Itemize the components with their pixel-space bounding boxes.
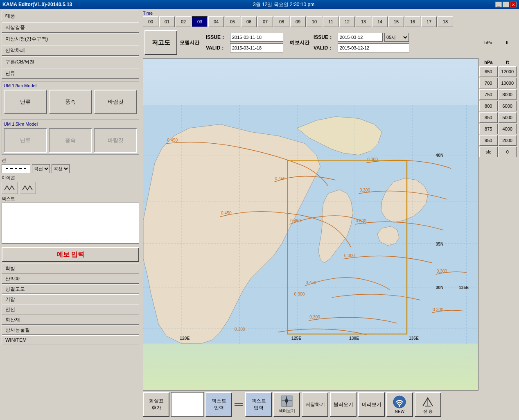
nav-mountain-obstruction[interactable]: 산악차폐	[2, 45, 139, 56]
new-label: NEW	[395, 409, 404, 414]
um15km-wind-barb[interactable]: 바람깃	[94, 128, 137, 153]
scale-hpa-700[interactable]: 700	[479, 78, 498, 88]
time-18[interactable]: 18	[438, 16, 453, 27]
forecast-issue-input[interactable]	[338, 33, 383, 42]
text-input[interactable]	[2, 203, 139, 244]
forecast-time-label: 예보시간	[290, 39, 309, 46]
svg-text:30N: 30N	[436, 285, 444, 290]
nav-surface-wind[interactable]: 지상강풍	[2, 22, 139, 33]
um15km-title: UM 1.5km Model	[4, 122, 137, 126]
forecast-input-button[interactable]: 예보 입력	[2, 247, 139, 262]
nav-freezing-level[interactable]: 빙결고도	[2, 284, 139, 294]
scale-row-750: 750 8000	[479, 89, 517, 100]
scale-ft-4000[interactable]: 4000	[499, 124, 517, 134]
nav-cloud-cb[interactable]: 구름/CB/뇌전	[2, 56, 139, 67]
icon-btn-1[interactable]	[2, 182, 18, 194]
scale-ft-8000[interactable]: 8000	[499, 89, 517, 100]
time-05[interactable]: 05	[225, 16, 240, 27]
model-issue-input[interactable]	[230, 33, 283, 42]
time-06[interactable]: 06	[241, 16, 257, 27]
nav-typhoon[interactable]: 태풍	[2, 11, 139, 21]
time-04[interactable]: 04	[208, 16, 224, 27]
scale-hpa-800[interactable]: 800	[479, 101, 498, 111]
nav-win-tem[interactable]: WIN/TEM	[2, 335, 139, 345]
time-09[interactable]: 09	[290, 16, 306, 27]
line-type-select[interactable]: 곡선 직선	[32, 164, 50, 173]
um12km-turbulence[interactable]: 난류	[4, 90, 47, 114]
um15km-wind-speed[interactable]: 풍속	[49, 128, 92, 153]
time-16[interactable]: 16	[405, 16, 420, 27]
new-button[interactable]: NEW	[386, 392, 413, 417]
scale-panel: hPa ft 650 12000 700 10000 750 8000 800	[478, 58, 517, 391]
nav-icing[interactable]: 착빙	[2, 264, 139, 273]
time-07[interactable]: 07	[257, 16, 273, 27]
svg-text:0.300: 0.300	[294, 292, 305, 296]
time-13[interactable]: 13	[356, 16, 371, 27]
scale-ft-6000[interactable]: 6000	[499, 101, 517, 111]
scale-hpa-650[interactable]: 650	[479, 66, 498, 77]
time-17[interactable]: 17	[421, 16, 437, 27]
scale-ft-10000[interactable]: 10000	[499, 78, 517, 88]
arrow-add-button[interactable]: 화살표 추가	[143, 392, 169, 417]
forecast-valid-input[interactable]	[338, 43, 409, 52]
icon-section: 아이콘	[2, 175, 139, 194]
scale-ft-5000[interactable]: 5000	[499, 112, 517, 123]
transmit-button[interactable]: 전 송	[415, 392, 441, 417]
scale-hpa-750[interactable]: 750	[479, 89, 498, 100]
scale-hpa-sfc[interactable]: sfc	[479, 147, 498, 157]
svg-text:0.450: 0.450	[167, 138, 178, 142]
svg-text:0.300: 0.300	[309, 315, 320, 319]
scale-ft-12000[interactable]: 12000	[499, 66, 517, 77]
preview-button[interactable]: 미리보기	[358, 392, 385, 417]
text-input-button-1[interactable]: 텍스트 입력	[205, 392, 232, 417]
time-02[interactable]: 02	[176, 16, 191, 27]
nav-volcanic-ash[interactable]: 화산재	[2, 315, 139, 325]
save-button[interactable]: 저장하기	[302, 392, 328, 417]
scale-row-800: 800 6000	[479, 101, 517, 111]
toolbar-text-field-1[interactable]	[171, 392, 204, 417]
time-15[interactable]: 15	[388, 16, 404, 27]
scale-ft-0[interactable]: 0	[499, 147, 517, 157]
nav-front[interactable]: 전선	[2, 305, 139, 314]
scale-hpa-850[interactable]: 850	[479, 112, 498, 123]
scale-column-headers: hPa ft	[479, 60, 517, 65]
um15km-turbulence[interactable]: 난류	[4, 128, 47, 153]
close-button[interactable]: ✕	[510, 2, 517, 7]
level-button[interactable]: 저고도	[144, 30, 177, 55]
sector-view-button[interactable]: 섹터보기	[273, 392, 300, 417]
time-03[interactable]: 03	[192, 16, 208, 27]
map-container[interactable]: 0.450 0.450 0.450 0.450 0.450 0.300 0.30…	[143, 58, 478, 391]
hpa-col-header: hPa	[479, 60, 498, 65]
time-12[interactable]: 12	[339, 16, 355, 27]
nav-surface-visibility[interactable]: 지상시정(강수구역)	[2, 34, 139, 44]
load-button[interactable]: 불러오기	[330, 392, 357, 417]
minimize-button[interactable]: _	[495, 2, 502, 7]
svg-point-40	[399, 405, 400, 407]
time-00[interactable]: 00	[143, 16, 158, 27]
line-style-select[interactable]: 곡선	[52, 164, 70, 173]
maximize-button[interactable]: □	[503, 2, 509, 7]
svg-text:0.300: 0.300	[359, 188, 370, 192]
icon-btn-2[interactable]	[20, 182, 36, 194]
nav-mountain-wave[interactable]: 산악파	[2, 274, 139, 284]
model-valid-label: VALID：	[206, 45, 228, 52]
time-08[interactable]: 08	[274, 16, 289, 27]
text-input-button-2[interactable]: 텍스트 입력	[245, 392, 272, 417]
scale-hpa-875[interactable]: 875	[479, 124, 498, 134]
nav-radioactive[interactable]: 방사능물질	[2, 325, 139, 335]
time-10[interactable]: 10	[307, 16, 322, 27]
scale-ft-2000[interactable]: 2000	[499, 135, 517, 146]
um12km-wind-speed[interactable]: 풍속	[49, 90, 92, 114]
time-01[interactable]: 01	[159, 16, 175, 27]
svg-text:130E: 130E	[349, 336, 359, 341]
time-11[interactable]: 11	[323, 16, 338, 27]
svg-text:135E: 135E	[459, 285, 469, 290]
nav-pressure[interactable]: 기압	[2, 294, 139, 304]
scale-hpa-950[interactable]: 950	[479, 135, 498, 146]
time-14[interactable]: 14	[372, 16, 388, 27]
line-section: 선 곡선 직선 곡선	[2, 157, 139, 173]
nav-turbulence[interactable]: 난류	[2, 68, 139, 79]
model-valid-input[interactable]	[230, 43, 283, 52]
forecast-time-select[interactable]: 00시01시02시03시04시 05시06시07시08시09시	[384, 33, 409, 42]
um12km-wind-barb[interactable]: 바람깃	[94, 90, 137, 114]
